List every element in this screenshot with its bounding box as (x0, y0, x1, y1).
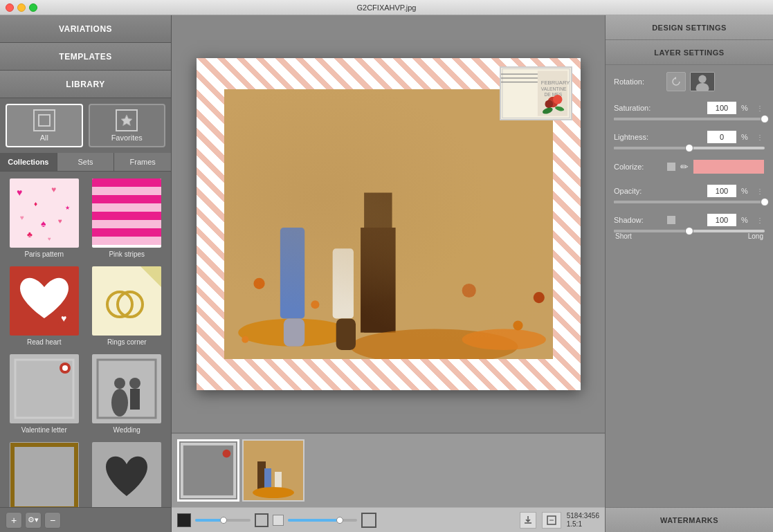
favorites-icon (116, 109, 138, 131)
items-grid: ♥ ♦ ♥ ★ ♥ ♠ ♥ ♣ ♥ Paris pattern (0, 172, 171, 507)
size-large-icon (361, 513, 376, 528)
svg-rect-32 (92, 354, 161, 423)
slider-track-right[interactable] (288, 519, 357, 522)
close-button[interactable] (6, 3, 14, 12)
svg-text:♥: ♥ (17, 187, 22, 198)
shadow-long-label: Long (748, 232, 763, 240)
lightness-settings-icon[interactable]: ⋮ (755, 132, 765, 142)
svg-rect-15 (92, 195, 161, 203)
templates-button[interactable]: TEMPLATES (0, 43, 171, 71)
shadow-label: Shadow: (614, 216, 662, 224)
svg-point-81 (698, 75, 706, 83)
white-horse-thumb (92, 442, 161, 507)
size-small-icon (273, 515, 284, 526)
colorize-checkbox[interactable] (666, 162, 676, 172)
opacity-value[interactable]: 100 (707, 184, 737, 198)
wedding-thumb (92, 354, 161, 423)
left-panel-bottom: + ⚙▾ − (0, 507, 171, 532)
add-item-button[interactable]: + (6, 512, 22, 529)
slider-track-left[interactable] (195, 519, 251, 522)
color-picker[interactable] (177, 513, 191, 527)
rotate-left-button[interactable] (666, 72, 686, 91)
export-button[interactable] (520, 512, 536, 529)
saturation-row: Saturation: 100 % ⋮ (614, 101, 765, 120)
favorites-tab[interactable]: Favorites (89, 104, 166, 147)
list-item[interactable]: Pink stripes (86, 174, 169, 262)
svg-point-37 (129, 378, 140, 389)
minimize-button[interactable] (17, 3, 26, 12)
scrapbook-page[interactable]: FEBRUARY 14th VALENTINE DE MES (197, 58, 581, 390)
svg-point-77 (253, 487, 294, 498)
svg-rect-13 (92, 178, 161, 187)
settings-dropdown-button[interactable]: ⚙▾ (25, 512, 42, 529)
opacity-row: Opacity: 100 % ⋮ (614, 184, 765, 203)
favorites-label: Favorites (111, 134, 143, 142)
list-item[interactable]: Wedding (86, 350, 169, 438)
lightness-slider[interactable] (614, 147, 765, 149)
svg-rect-0 (39, 115, 50, 126)
design-settings-tab[interactable]: DESIGN SETTINGS (606, 15, 773, 40)
shadow-value[interactable]: 100 (707, 213, 737, 227)
valentine-letter-thumb (10, 354, 79, 423)
canvas-workspace[interactable]: FEBRUARY 14th VALENTINE DE MES (172, 15, 605, 432)
sets-tab[interactable]: Sets (57, 153, 115, 171)
svg-rect-20 (92, 237, 161, 245)
shadow-checkbox[interactable] (666, 215, 676, 225)
saturation-value[interactable]: 100 (707, 101, 737, 115)
svg-text:VALENTINE: VALENTINE (540, 86, 566, 91)
list-item[interactable]: ♥ Read heart (3, 262, 86, 350)
all-label: All (40, 134, 48, 142)
frame-toggle[interactable] (255, 513, 269, 527)
list-item[interactable]: ♥ ♦ ♥ ★ ♥ ♠ ♥ ♣ ♥ Paris pattern (3, 174, 86, 262)
svg-text:♥: ♥ (58, 217, 62, 225)
shadow-settings-icon[interactable]: ⋮ (755, 215, 765, 225)
center-photo (224, 89, 553, 359)
canvas-area: FEBRUARY 14th VALENTINE DE MES (172, 15, 605, 532)
left-panel: VARIATIONS TEMPLATES LIBRARY All Favorit… (0, 15, 172, 532)
list-item[interactable]: Rings corner (86, 262, 169, 350)
list-item[interactable]: Valentine letter (3, 350, 86, 438)
read-heart-thumb: ♥ (10, 266, 79, 336)
all-tab[interactable]: All (6, 104, 83, 147)
svg-text:★: ★ (65, 205, 70, 211)
stamp-svg: FEBRUARY 14th VALENTINE DE MES (501, 66, 571, 120)
shadow-slider[interactable] (614, 230, 765, 232)
variations-button[interactable]: VARIATIONS (0, 15, 171, 43)
saturation-slider[interactable] (614, 118, 765, 120)
frames-tab[interactable]: Frames (114, 153, 171, 171)
colorize-swatch[interactable] (693, 159, 765, 174)
zoom-slider-left (195, 519, 251, 522)
opacity-slider[interactable] (614, 201, 765, 203)
svg-rect-17 (92, 212, 161, 220)
filmstrip-thumb-1[interactable] (177, 439, 239, 502)
svg-rect-36 (130, 389, 140, 410)
opacity-settings-icon[interactable]: ⋮ (755, 186, 765, 196)
lightness-value[interactable]: 0 (707, 130, 737, 144)
svg-text:♠: ♠ (41, 218, 46, 229)
window-controls[interactable] (6, 3, 37, 12)
remove-item-button[interactable]: − (44, 512, 61, 529)
layer-settings-tab[interactable]: LAYER SETTINGS (606, 40, 773, 65)
fit-button[interactable] (542, 512, 561, 529)
list-item[interactable]: White horse (86, 438, 169, 507)
svg-text:♥: ♥ (51, 185, 56, 194)
library-button[interactable]: LIBRARY (0, 71, 171, 98)
rings-corner-thumb (92, 266, 161, 336)
filmstrip-thumb-2[interactable] (242, 439, 304, 502)
shadow-unit: % (741, 216, 751, 224)
settings-content: Rotation: Saturation: 100 % ⋮ (606, 65, 773, 507)
svg-point-34 (111, 389, 128, 416)
person-photo-icon (690, 72, 715, 91)
svg-text:♥: ♥ (61, 313, 66, 324)
saturation-unit: % (741, 104, 751, 112)
watermarks-bar[interactable]: WATERMARKS (606, 507, 773, 532)
maximize-button[interactable] (29, 3, 37, 12)
collections-tab[interactable]: Collections (0, 153, 57, 171)
saturation-settings-icon[interactable]: ⋮ (755, 103, 765, 113)
svg-text:♥: ♥ (48, 236, 51, 242)
pencil-icon[interactable]: ✏ (680, 161, 689, 172)
opacity-unit: % (741, 187, 751, 195)
list-item[interactable]: Wedding rings (3, 438, 86, 507)
valentine-letter-label: Valentine letter (21, 426, 67, 434)
svg-rect-19 (92, 228, 161, 237)
